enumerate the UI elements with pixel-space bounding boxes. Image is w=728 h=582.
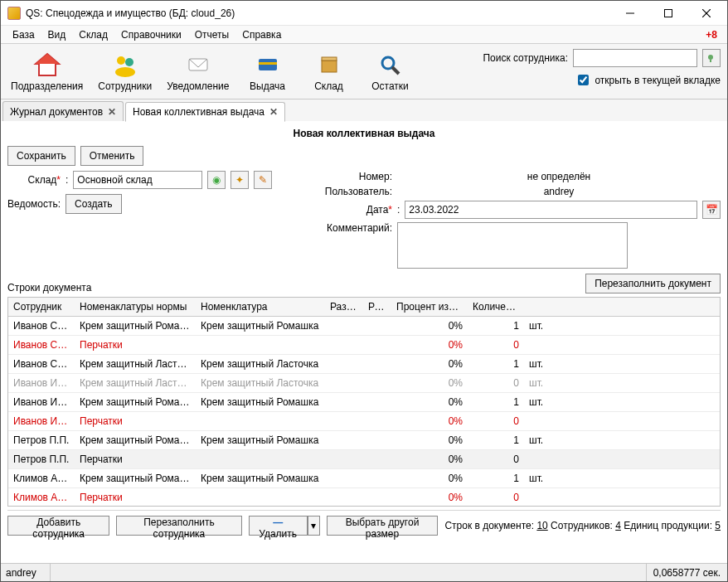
- toolbar-issue[interactable]: Выдача: [241, 49, 294, 94]
- stat-employees: 4: [615, 520, 621, 531]
- status-timing: 0,0658777 сек.: [647, 564, 727, 581]
- date-picker-button[interactable]: 📅: [702, 201, 721, 219]
- svg-marker-5: [36, 54, 59, 64]
- close-icon[interactable]: ✕: [269, 106, 278, 118]
- tab-new-issue[interactable]: Новая коллективная выдача ✕: [125, 102, 285, 122]
- refill-document-button[interactable]: Перезаполнить документ: [585, 274, 721, 293]
- warehouse-field-label: Склад: [7, 174, 61, 186]
- menu-catalogs[interactable]: Справочники: [114, 27, 188, 42]
- maximize-button[interactable]: [649, 1, 687, 26]
- toolbar-notify[interactable]: Уведомление: [163, 49, 232, 94]
- create-vedomost-button[interactable]: Создать: [66, 194, 122, 214]
- table-row[interactable]: Иванов И.И.Крем защитный РомашкаКрем защ…: [8, 393, 720, 412]
- cancel-button[interactable]: Отменить: [80, 146, 144, 166]
- col-nomenclature[interactable]: Номенклатура: [196, 298, 325, 316]
- open-in-tab-label: открыть в текущей вкладке: [595, 75, 721, 86]
- col-size[interactable]: Размер: [325, 298, 363, 316]
- number-value: не определён: [397, 171, 721, 182]
- svg-point-14: [382, 57, 394, 69]
- grid-action-bar: Добавить сотрудника Перезаполнить сотруд…: [7, 510, 721, 539]
- calendar-icon: 📅: [706, 204, 718, 216]
- col-unit[interactable]: [524, 298, 574, 316]
- vedomost-label: Ведомость:: [7, 198, 61, 210]
- refill-employee-button[interactable]: Перезаполнить сотрудника: [116, 516, 241, 536]
- delete-button[interactable]: — Удалить: [249, 516, 308, 536]
- tab-new-issue-label: Новая коллективная выдача: [133, 106, 265, 118]
- table-row[interactable]: Иванов С.П.Крем защитный РомашкаКрем защ…: [8, 317, 720, 336]
- table-row[interactable]: Иванов С.П.Крем защитный ЛасточкаКрем за…: [8, 355, 720, 374]
- close-button[interactable]: [687, 1, 726, 26]
- col-wear-pct[interactable]: Процент износа: [391, 298, 468, 316]
- home-icon: [31, 51, 64, 79]
- number-label: Номер:: [306, 171, 392, 182]
- table-row[interactable]: Иванов И.И.Перчатки0%0: [8, 412, 720, 431]
- tab-journal[interactable]: Журнал документов ✕: [2, 101, 124, 121]
- toolbar-notify-label: Уведомление: [167, 80, 229, 92]
- tabs: Журнал документов ✕ Новая коллективная в…: [1, 99, 727, 121]
- date-input[interactable]: [405, 201, 697, 219]
- chevron-down-icon: ▾: [311, 520, 316, 531]
- svg-point-6: [117, 56, 125, 65]
- close-icon[interactable]: ✕: [108, 106, 116, 118]
- status-user: andrey: [1, 564, 51, 581]
- table-row[interactable]: Петров П.П.Крем защитный РомашкаКрем защ…: [8, 431, 720, 450]
- table-row[interactable]: Иванов С.П.Перчатки0%0: [8, 336, 720, 355]
- choose-size-button[interactable]: Выбрать другой размер: [327, 516, 439, 536]
- grid-header: Сотрудник Номенаклатуры нормы Номенклату…: [8, 298, 720, 317]
- toolbar-stock[interactable]: Остатки: [364, 49, 417, 94]
- main-toolbar: Подразделения Сотрудники Уведомление Выд…: [1, 44, 727, 99]
- table-row[interactable]: Иванов И.И.Крем защитный ЛасточкаКрем за…: [8, 374, 720, 393]
- table-row[interactable]: Петров П.П.Перчатки0%0: [8, 450, 720, 469]
- col-qty[interactable]: Количество: [468, 298, 524, 316]
- svg-rect-11: [259, 62, 277, 65]
- svg-rect-9: [189, 59, 207, 70]
- updates-badge[interactable]: +8: [706, 29, 722, 41]
- toolbar-warehouse-label: Склад: [314, 80, 343, 92]
- comment-textarea[interactable]: [397, 222, 628, 269]
- menu-view[interactable]: Вид: [41, 27, 73, 42]
- menu-help[interactable]: Справка: [235, 27, 288, 42]
- menu-warehouse[interactable]: Склад: [72, 27, 114, 42]
- svg-rect-13: [322, 57, 337, 61]
- warehouse-edit-button[interactable]: ✎: [254, 171, 272, 189]
- col-height[interactable]: Рост: [363, 298, 391, 316]
- box-icon: [313, 51, 346, 79]
- menu-reports[interactable]: Отчеты: [188, 27, 235, 42]
- open-in-tab-input[interactable]: [578, 75, 589, 85]
- toolbar-stock-label: Остатки: [371, 80, 409, 92]
- document-heading: Новая коллективная выдача: [7, 128, 721, 139]
- warehouse-add-button[interactable]: ✦: [231, 171, 249, 189]
- toolbar-departments[interactable]: Подразделения: [7, 49, 86, 94]
- titlebar: QS: Спецодежда и имущество (БД: cloud_26…: [1, 1, 727, 26]
- pencil-icon: ✎: [259, 174, 267, 186]
- delete-split-button[interactable]: — Удалить ▾: [249, 516, 320, 536]
- delete-dropdown[interactable]: ▾: [308, 516, 320, 536]
- table-row[interactable]: Климов А.М.Перчатки0%0: [8, 488, 720, 506]
- save-button[interactable]: Сохранить: [7, 146, 75, 166]
- col-employee[interactable]: Сотрудник: [8, 298, 75, 316]
- main-menu: База Вид Склад Справочники Отчеты Справк…: [1, 26, 727, 44]
- plus-icon: ✦: [235, 174, 244, 186]
- col-norm[interactable]: Номенаклатуры нормы: [75, 298, 196, 316]
- menu-database[interactable]: База: [6, 27, 41, 42]
- comment-label: Комментарий:: [306, 222, 392, 234]
- toolbar-warehouse[interactable]: Склад: [303, 49, 356, 94]
- table-row[interactable]: Климов А.М.Крем защитный РомашкаКрем защ…: [8, 469, 720, 488]
- person-icon: ◉: [212, 174, 221, 186]
- search-label: Поиск сотрудника:: [483, 52, 568, 64]
- mail-icon: [182, 51, 215, 79]
- user-label: Пользователь:: [306, 186, 392, 197]
- employee-search-go[interactable]: [702, 49, 721, 67]
- toolbar-employees[interactable]: Сотрудники: [95, 49, 155, 94]
- open-in-tab-checkbox[interactable]: открыть в текущей вкладке: [575, 72, 721, 88]
- add-employee-button[interactable]: Добавить сотрудника: [7, 516, 109, 536]
- warehouse-input[interactable]: [73, 171, 202, 189]
- warehouse-pick-button[interactable]: ◉: [207, 171, 226, 189]
- document-area: Новая коллективная выдача Сохранить Отме…: [1, 121, 727, 563]
- minimize-button[interactable]: [611, 1, 649, 26]
- lines-label: Строки документа: [7, 282, 91, 293]
- svg-rect-17: [710, 60, 711, 62]
- app-icon: [7, 7, 21, 20]
- employee-search-input[interactable]: [573, 49, 697, 67]
- svg-rect-1: [665, 9, 672, 17]
